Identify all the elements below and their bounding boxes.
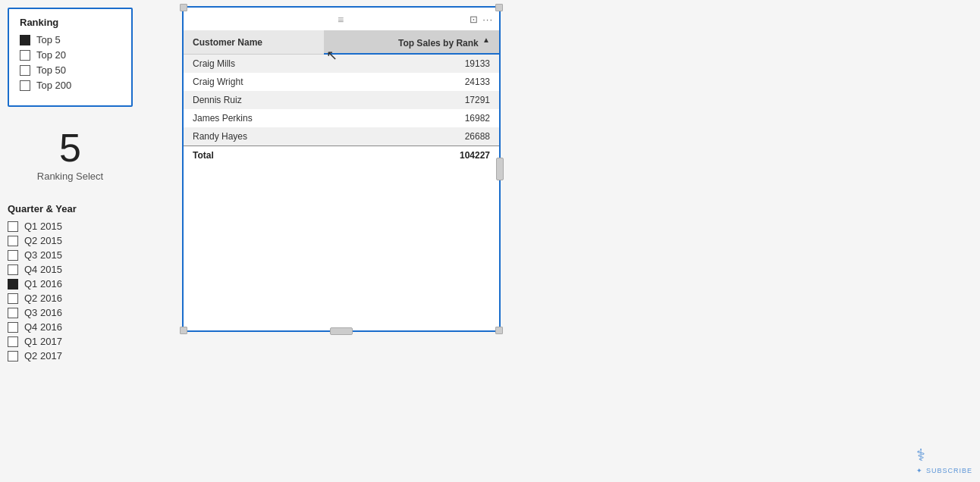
left-panel: Ranking Top 5Top 20Top 50Top 200 5 Ranki… (8, 8, 133, 365)
ranking-label-3: Top 200 (36, 80, 71, 91)
cell-name-4: Randy Hayes (184, 127, 324, 146)
ranking-box: Ranking Top 5Top 20Top 50Top 200 (8, 8, 133, 107)
table-row: Dennis Ruiz17291 (184, 91, 499, 109)
ranking-checkbox-1[interactable] (20, 50, 30, 61)
ranking-select-label: Ranking Select (8, 171, 133, 182)
ranking-options: Top 5Top 20Top 50Top 200 (20, 34, 121, 91)
total-row: Total 104227 (184, 146, 499, 165)
quarter-option-6[interactable]: Q3 2016 (8, 307, 133, 318)
quarter-label-1: Q2 2015 (24, 235, 62, 246)
cell-value-1: 24133 (324, 73, 499, 91)
quarter-label-5: Q2 2016 (24, 293, 62, 304)
quarter-checkbox-8[interactable] (8, 336, 18, 347)
quarter-label-9: Q2 2017 (24, 350, 62, 362)
quarter-option-7[interactable]: Q4 2016 (8, 321, 133, 333)
quarter-checkbox-7[interactable] (8, 322, 18, 333)
drag-handle[interactable]: ≡ (338, 14, 345, 26)
quarter-label-2: Q3 2015 (24, 249, 62, 261)
ranking-option-2[interactable]: Top 50 (20, 64, 121, 76)
cell-value-0: 19133 (324, 55, 499, 74)
table-row: James Perkins16982 (184, 109, 499, 127)
quarter-label-8: Q1 2017 (24, 336, 62, 347)
quarter-checkbox-2[interactable] (8, 250, 18, 261)
col-customer-name[interactable]: Customer Name (184, 30, 324, 55)
subscribe-text: ✦ SUBSCRIBE (916, 467, 972, 474)
quarter-option-8[interactable]: Q1 2017 (8, 336, 133, 347)
quarter-label-4: Q1 2016 (24, 278, 62, 290)
quarter-year-section: Quarter & Year Q1 2015Q2 2015Q3 2015Q4 2… (8, 203, 133, 362)
col-top-sales[interactable]: Top Sales by Rank ▲ (324, 30, 499, 55)
quarter-year-title: Quarter & Year (8, 203, 133, 214)
quarter-option-9[interactable]: Q2 2017 (8, 350, 133, 362)
quarter-checkbox-3[interactable] (8, 264, 18, 275)
quarter-checkbox-0[interactable] (8, 221, 18, 232)
ranking-label-0: Top 5 (36, 34, 61, 45)
cell-value-4: 26688 (324, 127, 499, 146)
watermark: ⚕ ✦ SUBSCRIBE (916, 446, 972, 474)
data-table: Customer Name Top Sales by Rank ▲ Craig … (184, 30, 499, 164)
cell-name-0: Craig Mills (184, 55, 324, 74)
cell-name-2: Dennis Ruiz (184, 91, 324, 109)
quarter-checkbox-1[interactable] (8, 236, 18, 246)
quarter-checkbox-6[interactable] (8, 308, 18, 318)
watermark-icon: ⚕ (916, 446, 925, 465)
table-row: Craig Wright24133 (184, 73, 499, 91)
quarter-label-6: Q3 2016 (24, 307, 62, 318)
expand-icon[interactable]: ⊡ (470, 14, 478, 25)
quarter-option-4[interactable]: Q1 2016 (8, 278, 133, 290)
quarter-option-0[interactable]: Q1 2015 (8, 221, 133, 232)
cell-value-3: 16982 (324, 109, 499, 127)
cell-name-3: James Perkins (184, 109, 324, 127)
ranking-label-2: Top 50 (36, 64, 66, 76)
ranking-checkbox-3[interactable] (20, 80, 30, 91)
ranking-checkbox-0[interactable] (20, 35, 30, 45)
big-number-section: 5 Ranking Select (8, 128, 133, 182)
ranking-checkbox-2[interactable] (20, 65, 30, 76)
quarter-option-3[interactable]: Q4 2015 (8, 264, 133, 275)
quarter-option-5[interactable]: Q2 2016 (8, 293, 133, 304)
quarter-options: Q1 2015Q2 2015Q3 2015Q4 2015Q1 2016Q2 20… (8, 221, 133, 362)
quarter-label-3: Q4 2015 (24, 264, 62, 275)
more-options-icon[interactable]: ··· (482, 14, 493, 25)
quarter-option-1[interactable]: Q2 2015 (8, 235, 133, 246)
table-row: Randy Hayes26688 (184, 127, 499, 146)
resize-handle-bottom[interactable] (330, 327, 353, 335)
resize-handle-right[interactable] (496, 158, 504, 180)
total-value: 104227 (324, 146, 499, 165)
resize-handle-bl[interactable] (180, 327, 187, 334)
quarter-checkbox-4[interactable] (8, 279, 18, 290)
table-body: Craig Mills19133Craig Wright24133Dennis … (184, 55, 499, 146)
quarter-checkbox-5[interactable] (8, 293, 18, 304)
quarter-label-7: Q4 2016 (24, 321, 62, 333)
resize-handle-br[interactable] (495, 327, 503, 334)
sort-indicator: ▲ (482, 36, 490, 44)
total-label: Total (184, 146, 324, 165)
ranking-option-1[interactable]: Top 20 (20, 49, 121, 61)
cell-value-2: 17291 (324, 91, 499, 109)
table-header-bar: ≡ ⊡ ··· (184, 8, 499, 30)
ranking-option-3[interactable]: Top 200 (20, 80, 121, 91)
table-row: Craig Mills19133 (184, 55, 499, 74)
ranking-title: Ranking (20, 17, 121, 28)
ranking-option-0[interactable]: Top 5 (20, 34, 121, 45)
quarter-checkbox-9[interactable] (8, 351, 18, 362)
ranking-label-1: Top 20 (36, 49, 66, 61)
quarter-label-0: Q1 2015 (24, 221, 62, 232)
cell-name-1: Craig Wright (184, 73, 324, 91)
window-controls: ⊡ ··· (470, 14, 493, 25)
main-table-area: ≡ ⊡ ··· Customer Name Top Sales by Rank … (182, 6, 501, 332)
quarter-option-2[interactable]: Q3 2015 (8, 249, 133, 261)
big-number: 5 (8, 128, 133, 167)
